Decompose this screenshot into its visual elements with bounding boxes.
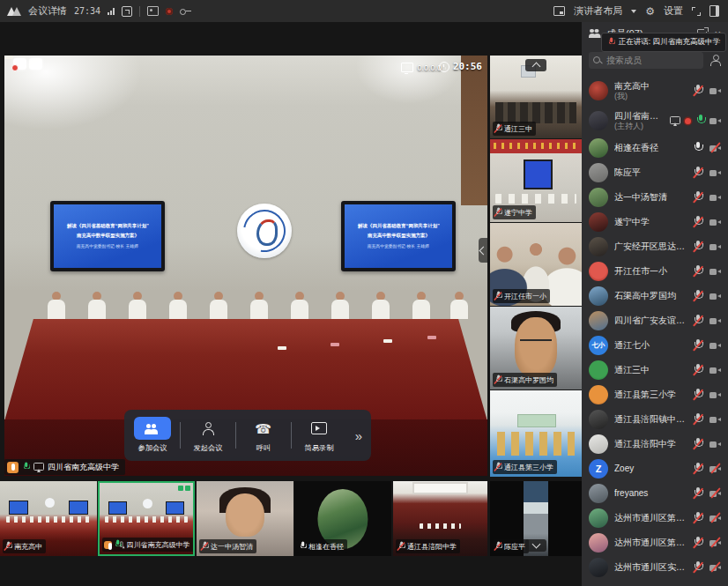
chevron-left-icon	[479, 246, 488, 255]
member-row[interactable]: 达州市通川区第八中学	[582, 506, 728, 530]
member-row[interactable]: 四川省广安友谊中学	[582, 308, 728, 333]
mic-muted-icon[interactable]	[693, 413, 702, 426]
settings-button[interactable]: 设置	[664, 4, 683, 18]
camera-off-icon[interactable]	[709, 115, 721, 127]
camera-off-icon[interactable]	[709, 340, 721, 352]
member-row[interactable]: 南充高中(我)	[582, 76, 728, 106]
mic-muted-icon[interactable]	[693, 512, 702, 524]
network-signal-icon[interactable]	[108, 8, 115, 15]
video-thumbnail[interactable]: 相逢在香径	[294, 481, 391, 556]
member-row[interactable]: 通江县涪阳镇中心小学	[582, 407, 728, 432]
recording-indicator-icon[interactable]	[166, 8, 173, 15]
member-row[interactable]: 开江任市一小	[582, 259, 728, 284]
camera-off-icon[interactable]	[709, 414, 721, 426]
mic-on-icon[interactable]	[695, 115, 705, 127]
camera-off-icon[interactable]	[709, 365, 721, 376]
search-input[interactable]	[589, 52, 703, 69]
camera-off-icon[interactable]	[709, 217, 721, 228]
video-thumbnail[interactable]: 开江任市一小	[490, 223, 582, 306]
camera-off-icon[interactable]	[709, 241, 721, 253]
member-row[interactable]: 遂宁中学	[582, 210, 728, 234]
member-row[interactable]: Z Zoey	[582, 456, 728, 481]
camera-off-icon[interactable]	[709, 389, 721, 401]
ip-overlay: 0.0.0.0	[401, 63, 442, 72]
recording-file-icon[interactable]	[147, 6, 159, 16]
camera-crossed-icon[interactable]	[709, 513, 721, 524]
member-row[interactable]: 七小 通江七小	[582, 333, 728, 358]
mic-muted-icon[interactable]	[693, 438, 702, 450]
video-thumbnail[interactable]: 南充高中	[0, 481, 97, 556]
gear-icon[interactable]: ⚙	[645, 6, 655, 17]
mic-muted-icon[interactable]	[693, 339, 702, 352]
scroll-up-button[interactable]	[525, 59, 546, 71]
video-thumbnail[interactable]: 通江县涪阳中学	[393, 481, 487, 556]
member-row[interactable]: 石渠高中罗国均	[582, 284, 728, 308]
start-meeting-button[interactable]: 发起会议	[180, 410, 235, 461]
member-row[interactable]: 陈应平	[582, 160, 728, 185]
camera-off-icon[interactable]	[709, 266, 721, 278]
camera-crossed-icon[interactable]	[709, 464, 721, 475]
mic-muted-icon[interactable]	[693, 290, 702, 302]
mic-on-icon[interactable]	[693, 142, 702, 154]
scroll-down-button[interactable]	[525, 539, 546, 552]
avatar	[589, 484, 608, 503]
video-thumbnail[interactable]: 通江县第三小学	[490, 390, 582, 477]
main-speaker-video[interactable]: 解读《四川省基础教育“网班共享计划” 南充高中数学联盟实施方案》 南充高中党委副…	[4, 56, 487, 476]
mic-muted-icon	[494, 124, 501, 134]
member-row[interactable]: 通江三中	[582, 358, 728, 382]
invite-member-icon[interactable]	[709, 55, 721, 66]
mic-muted-icon[interactable]	[693, 389, 702, 401]
chevron-down-icon[interactable]	[631, 10, 636, 13]
layout-selector[interactable]: 演讲者布局	[574, 4, 622, 18]
member-row[interactable]: 通江县第三小学	[582, 382, 728, 407]
video-thumbnail[interactable]: 达一中汤智清	[197, 481, 293, 556]
fullscreen-icon[interactable]	[692, 7, 701, 16]
mic-muted-icon[interactable]	[693, 561, 702, 574]
meeting-info-button[interactable]: 会议详情	[28, 4, 67, 18]
toolbar-more-icon[interactable]: »	[346, 410, 371, 461]
mic-muted-icon[interactable]	[693, 487, 702, 500]
active-speaker-thumbnail[interactable]: 四川省南充高级中学	[98, 481, 195, 556]
mic-muted-icon[interactable]	[693, 191, 702, 204]
camera-off-icon[interactable]	[709, 291, 721, 302]
mic-muted-icon[interactable]	[693, 85, 702, 97]
camera-crossed-icon[interactable]	[709, 143, 721, 154]
layout-icon[interactable]	[553, 6, 565, 16]
quick-record-button[interactable]: 简易录制	[291, 410, 346, 461]
member-row[interactable]: freyanes	[582, 481, 728, 506]
mic-muted-icon[interactable]	[693, 463, 702, 475]
video-thumbnail[interactable]: 遂宁中学	[490, 139, 582, 222]
join-meeting-button[interactable]: 参加会议	[124, 410, 180, 461]
mic-muted-icon[interactable]	[693, 364, 702, 376]
camera-off-icon[interactable]	[709, 192, 721, 204]
video-thumbnail[interactable]: 陈应平	[490, 481, 582, 556]
screen-share-icon	[120, 541, 123, 548]
mic-muted-icon[interactable]	[693, 216, 702, 228]
call-button[interactable]: ☎ 呼叫	[235, 410, 291, 461]
panel-toggle-icon[interactable]	[709, 5, 719, 17]
member-row[interactable]: 达州市通川区第一小学校	[582, 530, 728, 555]
camera-off-icon[interactable]	[709, 315, 721, 327]
mic-muted-icon[interactable]	[693, 537, 702, 549]
member-row[interactable]: 通江县涪阳中学	[582, 432, 728, 456]
mic-muted-icon[interactable]	[693, 241, 702, 253]
camera-off-icon[interactable]	[709, 85, 721, 97]
mic-muted-icon[interactable]	[693, 167, 702, 179]
member-row[interactable]: 相逢在香径	[582, 136, 728, 160]
camera-off-icon[interactable]	[709, 167, 721, 179]
mic-muted-icon[interactable]	[693, 265, 702, 278]
meeting-lock-icon[interactable]	[180, 7, 191, 15]
camera-crossed-icon[interactable]	[709, 488, 721, 500]
camera-crossed-icon[interactable]	[709, 538, 721, 549]
collapse-thumbnails-button[interactable]	[479, 238, 487, 263]
avatar	[589, 311, 608, 330]
member-row[interactable]: 广安经开区思达第九实验中学	[582, 234, 728, 259]
camera-crossed-icon[interactable]	[709, 562, 721, 574]
share-window-icon[interactable]	[122, 6, 132, 17]
camera-off-icon[interactable]	[709, 439, 721, 450]
member-row-host[interactable]: 四川省南充高级中学(主持人)	[582, 106, 728, 136]
member-row[interactable]: 达州市通川区实验小学	[582, 555, 728, 580]
video-thumbnail[interactable]: 石渠高中罗国均	[490, 307, 582, 389]
mic-muted-icon[interactable]	[693, 315, 702, 327]
member-row[interactable]: 达一中汤智清	[582, 185, 728, 210]
